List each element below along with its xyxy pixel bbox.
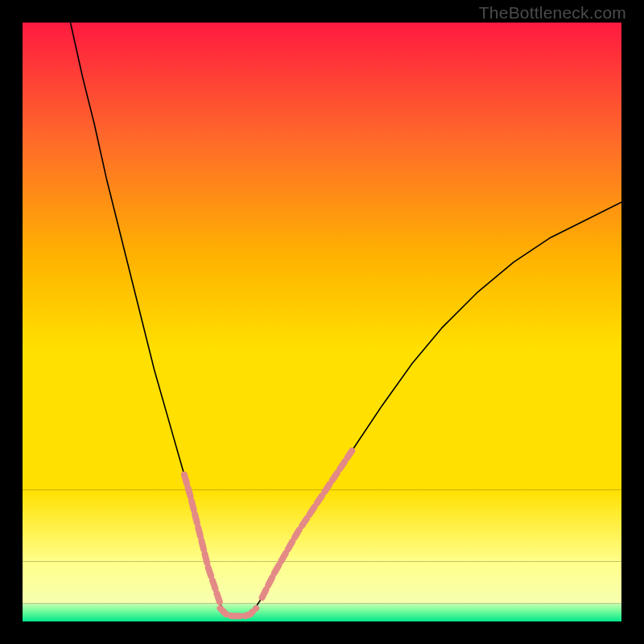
chart-frame: TheBottleneck.com — [0, 0, 644, 644]
gradient-band — [23, 562, 621, 604]
gradient-background — [23, 23, 621, 621]
watermark-text: TheBottleneck.com — [479, 3, 626, 23]
chart-plot-area — [23, 23, 621, 621]
chart-svg — [23, 23, 621, 621]
gradient-band — [23, 23, 621, 489]
gradient-band — [23, 604, 621, 621]
